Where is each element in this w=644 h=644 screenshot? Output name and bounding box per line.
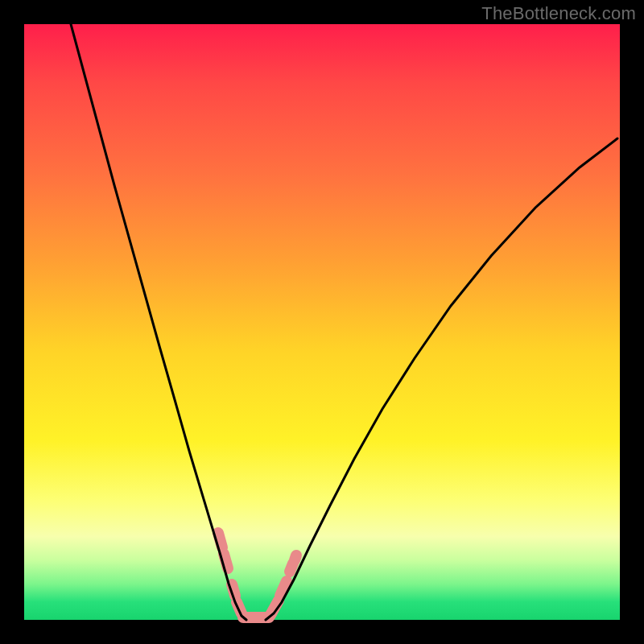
chart-svg <box>24 24 620 620</box>
chart-plot-area <box>24 24 620 620</box>
pink-dash-group <box>218 533 296 617</box>
pink-dash-segment <box>295 555 296 560</box>
outer-frame: TheBottleneck.com <box>0 0 644 644</box>
curve-right-branch <box>266 138 617 620</box>
watermark-text: TheBottleneck.com <box>481 3 636 24</box>
